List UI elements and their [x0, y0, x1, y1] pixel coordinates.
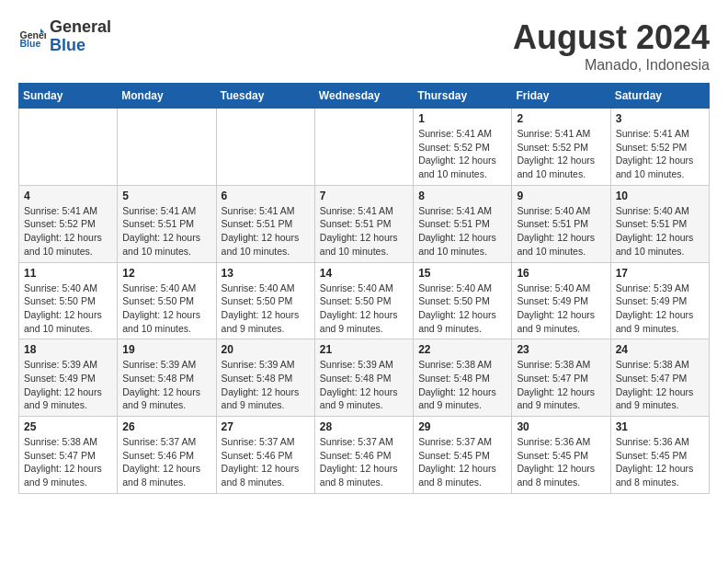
calendar-cell: 2Sunrise: 5:41 AM Sunset: 5:52 PM Daylig… — [512, 109, 610, 186]
day-info: Sunrise: 5:37 AM Sunset: 5:46 PM Dayligh… — [320, 435, 408, 489]
day-info: Sunrise: 5:41 AM Sunset: 5:52 PM Dayligh… — [418, 127, 506, 181]
logo-icon: General Blue — [18, 23, 46, 51]
day-number: 2 — [517, 112, 605, 125]
day-number: 9 — [517, 190, 605, 202]
col-header-monday: Monday — [118, 84, 216, 109]
day-info: Sunrise: 5:41 AM Sunset: 5:51 PM Dayligh… — [418, 204, 506, 259]
day-info: Sunrise: 5:41 AM Sunset: 5:52 PM Dayligh… — [24, 204, 112, 259]
day-number: 21 — [320, 343, 408, 356]
day-info: Sunrise: 5:38 AM Sunset: 5:47 PM Dayligh… — [24, 435, 112, 489]
day-info: Sunrise: 5:38 AM Sunset: 5:47 PM Dayligh… — [517, 358, 605, 412]
svg-text:Blue: Blue — [20, 37, 41, 48]
calendar-cell — [19, 109, 118, 186]
day-info: Sunrise: 5:37 AM Sunset: 5:46 PM Dayligh… — [222, 435, 310, 489]
day-info: Sunrise: 5:40 AM Sunset: 5:50 PM Dayligh… — [418, 282, 506, 336]
calendar-cell: 8Sunrise: 5:41 AM Sunset: 5:51 PM Daylig… — [414, 185, 512, 262]
calendar-cell: 27Sunrise: 5:37 AM Sunset: 5:46 PM Dayli… — [216, 417, 314, 494]
calendar-cell: 28Sunrise: 5:37 AM Sunset: 5:46 PM Dayli… — [314, 417, 413, 494]
col-header-friday: Friday — [512, 84, 610, 109]
calendar-cell: 7Sunrise: 5:41 AM Sunset: 5:51 PM Daylig… — [314, 185, 413, 262]
day-info: Sunrise: 5:40 AM Sunset: 5:51 PM Dayligh… — [616, 204, 704, 259]
day-info: Sunrise: 5:38 AM Sunset: 5:47 PM Dayligh… — [616, 358, 704, 412]
day-info: Sunrise: 5:40 AM Sunset: 5:50 PM Dayligh… — [222, 282, 310, 336]
day-number: 3 — [616, 112, 704, 125]
calendar-cell — [216, 109, 314, 186]
logo: General Blue GeneralBlue — [18, 18, 111, 55]
day-info: Sunrise: 5:41 AM Sunset: 5:51 PM Dayligh… — [122, 204, 210, 259]
day-number: 26 — [122, 420, 210, 433]
day-number: 1 — [418, 112, 506, 125]
calendar-row-2: 11Sunrise: 5:40 AM Sunset: 5:50 PM Dayli… — [19, 262, 710, 339]
col-header-thursday: Thursday — [414, 84, 512, 109]
calendar-cell: 9Sunrise: 5:40 AM Sunset: 5:51 PM Daylig… — [512, 185, 610, 262]
day-info: Sunrise: 5:41 AM Sunset: 5:52 PM Dayligh… — [517, 127, 605, 181]
calendar-cell: 3Sunrise: 5:41 AM Sunset: 5:52 PM Daylig… — [610, 109, 709, 186]
day-number: 11 — [24, 267, 112, 280]
day-number: 20 — [222, 343, 310, 356]
day-number: 18 — [24, 343, 112, 356]
day-number: 10 — [616, 190, 704, 202]
day-info: Sunrise: 5:40 AM Sunset: 5:49 PM Dayligh… — [517, 282, 605, 336]
day-number: 29 — [418, 420, 506, 433]
title-block: August 2024 Manado, Indonesia — [513, 18, 710, 74]
calendar-cell: 25Sunrise: 5:38 AM Sunset: 5:47 PM Dayli… — [19, 417, 118, 494]
day-number: 30 — [517, 420, 605, 433]
day-info: Sunrise: 5:40 AM Sunset: 5:51 PM Dayligh… — [517, 204, 605, 259]
calendar-cell: 11Sunrise: 5:40 AM Sunset: 5:50 PM Dayli… — [19, 262, 118, 339]
day-info: Sunrise: 5:37 AM Sunset: 5:45 PM Dayligh… — [418, 435, 506, 489]
logo-blue: Blue — [50, 36, 85, 54]
day-number: 28 — [320, 420, 408, 433]
calendar-cell: 17Sunrise: 5:39 AM Sunset: 5:49 PM Dayli… — [610, 262, 709, 339]
day-info: Sunrise: 5:40 AM Sunset: 5:50 PM Dayligh… — [24, 282, 112, 336]
day-number: 14 — [320, 267, 408, 280]
calendar-cell: 6Sunrise: 5:41 AM Sunset: 5:51 PM Daylig… — [216, 185, 314, 262]
day-number: 31 — [616, 420, 704, 433]
day-number: 25 — [24, 420, 112, 433]
calendar-cell: 1Sunrise: 5:41 AM Sunset: 5:52 PM Daylig… — [414, 109, 512, 186]
day-info: Sunrise: 5:39 AM Sunset: 5:48 PM Dayligh… — [320, 358, 408, 412]
day-info: Sunrise: 5:39 AM Sunset: 5:49 PM Dayligh… — [616, 282, 704, 336]
calendar-cell: 18Sunrise: 5:39 AM Sunset: 5:49 PM Dayli… — [19, 339, 118, 417]
location: Manado, Indonesia — [513, 57, 710, 74]
calendar-cell: 21Sunrise: 5:39 AM Sunset: 5:48 PM Dayli… — [314, 339, 413, 417]
calendar-cell: 12Sunrise: 5:40 AM Sunset: 5:50 PM Dayli… — [118, 262, 216, 339]
calendar-cell: 16Sunrise: 5:40 AM Sunset: 5:49 PM Dayli… — [512, 262, 610, 339]
calendar-cell: 14Sunrise: 5:40 AM Sunset: 5:50 PM Dayli… — [314, 262, 413, 339]
calendar-row-0: 1Sunrise: 5:41 AM Sunset: 5:52 PM Daylig… — [19, 109, 710, 186]
logo-text: GeneralBlue — [50, 18, 111, 55]
calendar-cell: 31Sunrise: 5:36 AM Sunset: 5:45 PM Dayli… — [610, 417, 709, 494]
day-info: Sunrise: 5:39 AM Sunset: 5:49 PM Dayligh… — [24, 358, 112, 412]
day-number: 23 — [517, 343, 605, 356]
day-number: 27 — [222, 420, 310, 433]
calendar-row-1: 4Sunrise: 5:41 AM Sunset: 5:52 PM Daylig… — [19, 185, 710, 262]
calendar-cell: 26Sunrise: 5:37 AM Sunset: 5:46 PM Dayli… — [118, 417, 216, 494]
calendar-cell — [314, 109, 413, 186]
day-number: 13 — [222, 267, 310, 280]
calendar-cell: 22Sunrise: 5:38 AM Sunset: 5:48 PM Dayli… — [414, 339, 512, 417]
page-header: General Blue GeneralBlue August 2024 Man… — [18, 18, 710, 74]
day-info: Sunrise: 5:40 AM Sunset: 5:50 PM Dayligh… — [320, 282, 408, 336]
day-number: 19 — [122, 343, 210, 356]
calendar: SundayMondayTuesdayWednesdayThursdayFrid… — [18, 83, 710, 494]
month-year: August 2024 — [513, 18, 710, 57]
day-info: Sunrise: 5:39 AM Sunset: 5:48 PM Dayligh… — [122, 358, 210, 412]
calendar-cell: 4Sunrise: 5:41 AM Sunset: 5:52 PM Daylig… — [19, 185, 118, 262]
day-number: 24 — [616, 343, 704, 356]
day-info: Sunrise: 5:37 AM Sunset: 5:46 PM Dayligh… — [122, 435, 210, 489]
calendar-cell: 19Sunrise: 5:39 AM Sunset: 5:48 PM Dayli… — [118, 339, 216, 417]
day-info: Sunrise: 5:38 AM Sunset: 5:48 PM Dayligh… — [418, 358, 506, 412]
calendar-cell — [118, 109, 216, 186]
day-info: Sunrise: 5:36 AM Sunset: 5:45 PM Dayligh… — [517, 435, 605, 489]
calendar-cell: 13Sunrise: 5:40 AM Sunset: 5:50 PM Dayli… — [216, 262, 314, 339]
day-number: 12 — [122, 267, 210, 280]
day-number: 6 — [222, 190, 310, 202]
col-header-wednesday: Wednesday — [314, 84, 413, 109]
day-number: 5 — [122, 190, 210, 202]
day-number: 4 — [24, 190, 112, 202]
calendar-cell: 30Sunrise: 5:36 AM Sunset: 5:45 PM Dayli… — [512, 417, 610, 494]
calendar-cell: 10Sunrise: 5:40 AM Sunset: 5:51 PM Dayli… — [610, 185, 709, 262]
col-header-sunday: Sunday — [19, 84, 118, 109]
day-number: 15 — [418, 267, 506, 280]
day-number: 7 — [320, 190, 408, 202]
day-number: 17 — [616, 267, 704, 280]
